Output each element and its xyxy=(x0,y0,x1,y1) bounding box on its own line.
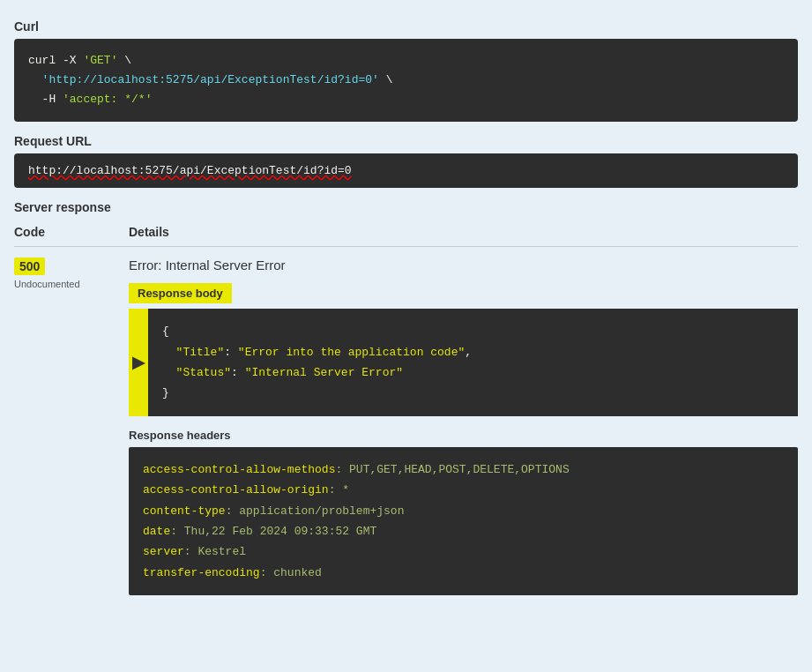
curl-backslash2: \ xyxy=(379,73,393,86)
json-title-key: "Title" xyxy=(176,346,225,359)
curl-command: curl -X xyxy=(28,54,83,67)
response-code-col: 500 Undocumented xyxy=(14,258,129,289)
header1-val: : PUT,GET,HEAD,POST,DELETE,OPTIONS xyxy=(335,463,569,476)
json-open-brace: { xyxy=(162,321,784,341)
response-details-col: Error: Internal Server Error Response bo… xyxy=(129,258,798,595)
header3-val: : application/problem+json xyxy=(226,504,405,518)
response-body-container: ▶ { "Title": "Error into the application… xyxy=(129,309,798,416)
json-status-value: "Internal Server Error" xyxy=(245,366,403,379)
curl-block: curl -X 'GET' \ 'http://localhost:5275/a… xyxy=(14,39,798,122)
curl-indent1 xyxy=(28,73,42,86)
header4-val: : Thu,22 Feb 2024 09:33:52 GMT xyxy=(170,525,376,538)
response-table-header: Code Details xyxy=(14,221,798,247)
curl-line2: 'http://localhost:5275/api/ExceptionTest… xyxy=(28,71,784,90)
curl-accept-header: 'accept: */*' xyxy=(63,93,152,106)
curl-method: 'GET' xyxy=(83,54,117,67)
curl-url: 'http://localhost:5275/api/ExceptionTest… xyxy=(42,73,379,86)
page-wrapper: Curl curl -X 'GET' \ 'http://localhost:5… xyxy=(0,0,812,616)
request-url-block: http://localhost:5275/api/ExceptionTest/… xyxy=(14,153,798,188)
curl-section-label: Curl xyxy=(14,19,798,34)
curl-h-flag: -H xyxy=(42,93,63,106)
header2-val: : * xyxy=(329,483,349,497)
header-row-1: access-control-allow-methods: PUT,GET,HE… xyxy=(143,459,784,480)
response-headers-label: Response headers xyxy=(129,429,798,442)
header6-name: transfer-encoding xyxy=(143,566,260,579)
error-title: Error: Internal Server Error xyxy=(129,258,798,273)
header3-name: content-type xyxy=(143,504,226,518)
undocumented-label: Undocumented xyxy=(14,279,80,289)
header-row-2: access-control-allow-origin: * xyxy=(143,480,784,500)
header-row-5: server: Kestrel xyxy=(143,541,784,562)
response-body-code: { "Title": "Error into the application c… xyxy=(148,309,798,416)
header4-name: date xyxy=(143,525,170,538)
json-close-brace: } xyxy=(162,383,784,403)
curl-backslash1: \ xyxy=(117,54,131,67)
response-body-label: Response body xyxy=(129,283,232,303)
response-headers-section: Response headers access-control-allow-me… xyxy=(129,429,798,595)
col-details-header: Details xyxy=(129,225,169,239)
json-status-line: "Status": "Internal Server Error" xyxy=(162,362,784,383)
curl-indent2 xyxy=(28,93,42,106)
curl-line1: curl -X 'GET' \ xyxy=(28,51,784,71)
response-body-section: Response body ▶ { "Title": "Error into t… xyxy=(129,283,798,416)
json-title-line: "Title": "Error into the application cod… xyxy=(162,342,784,362)
header-row-3: content-type: application/problem+json xyxy=(143,501,784,521)
request-url-value: http://localhost:5275/api/ExceptionTest/… xyxy=(28,164,352,177)
header5-name: server xyxy=(143,545,184,558)
header-row-6: transfer-encoding: chunked xyxy=(143,563,784,583)
request-url-label: Request URL xyxy=(14,134,798,148)
curl-line3: -H 'accept: */*' xyxy=(28,90,784,109)
header5-val: : Kestrel xyxy=(184,545,246,558)
header6-val: : chunked xyxy=(260,566,322,579)
server-response-label: Server response xyxy=(14,200,798,214)
status-code-badge: 500 xyxy=(14,258,45,275)
json-title-value: "Error into the application code" xyxy=(238,346,465,359)
response-row: 500 Undocumented Error: Internal Server … xyxy=(14,247,798,606)
header-row-4: date: Thu,22 Feb 2024 09:33:52 GMT xyxy=(143,521,784,541)
header2-name: access-control-allow-origin xyxy=(143,483,329,497)
expand-arrow-icon[interactable]: ▶ xyxy=(129,309,148,416)
response-headers-code: access-control-allow-methods: PUT,GET,HE… xyxy=(129,447,798,595)
json-status-key: "Status" xyxy=(176,366,231,379)
header1-name: access-control-allow-methods xyxy=(143,463,335,476)
col-code-header: Code xyxy=(14,225,129,239)
